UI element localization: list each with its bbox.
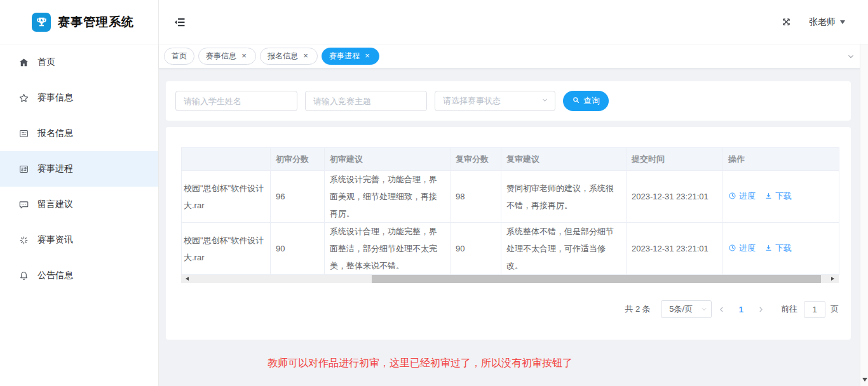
progress-link-label: 进度 [739,239,756,256]
caret-down-icon [840,20,845,27]
progress-link-label: 进度 [739,187,756,204]
sidebar-item-2[interactable]: 赛事信息 [0,80,158,116]
cell-submit-time: 2023-12-31 23:21:01 [627,223,723,275]
tab-label: 赛事进程 [329,51,360,62]
goto-page-input[interactable] [804,301,825,318]
student-name-input[interactable] [175,91,297,111]
progress-link[interactable]: 进度 [728,239,756,256]
query-button[interactable]: 查询 [563,91,609,111]
chevron-down-icon [541,96,549,106]
cell-first-score: 96 [271,171,325,223]
download-link[interactable]: 下载 [764,239,792,256]
search-icon [572,96,580,106]
download-link-label: 下载 [775,239,792,256]
tab-2[interactable]: 赛事信息× [198,48,256,65]
tab-label: 首页 [172,51,187,62]
sidebar-item-3[interactable]: 报名信息 [0,116,158,151]
page-unit: 页 [831,303,839,315]
download-link[interactable]: 下载 [764,187,792,204]
cell-first-review: 系统设计合理，功能完整，界面整洁，部分细节处理不太完美，整体来说不错。 [325,223,451,275]
horizontal-scrollbar-thumb[interactable] [372,275,821,283]
fullscreen-icon[interactable] [782,17,791,27]
table-body: 校园"思创杯"软件设计大.rar96系统设计完善，功能合理，界面美观，细节处理细… [182,171,839,275]
sidebar-item-4[interactable]: 赛事进程 [0,151,158,187]
download-icon [764,244,773,252]
next-page-button[interactable] [751,305,771,314]
home-icon [18,57,29,68]
cell-file: 校园"思创杯"软件设计大.rar [182,223,271,275]
column-header: 初审分数 [271,148,325,171]
sidebar-item-label: 留言建议 [37,199,73,210]
content-area: 请选择赛事状态 查询 初审分数初审建议复审分数复审建议提交时间操作 校园"思创杯… [159,69,868,386]
sidebar-item-7[interactable]: 公告信息 [0,258,158,293]
column-header: 操作 [723,148,839,171]
total-count: 共 2 条 [625,303,650,315]
sidebar-item-label: 公告信息 [37,270,73,281]
sidebar-item-6[interactable]: 赛事资讯 [0,222,158,258]
download-icon [764,192,773,200]
tab-label: 赛事信息 [206,51,236,62]
page-size-value: 5条/页 [669,303,693,315]
clock-icon [728,244,736,252]
trophy-icon [32,13,51,32]
goto-label: 前往 [781,303,797,315]
sidebar: 赛事管理系统 首页赛事信息报名信息赛事进程留言建议赛事资讯公告信息 [0,0,159,386]
sidebar-item-label: 赛事信息 [37,92,73,103]
app-root: 赛事管理系统 首页赛事信息报名信息赛事进程留言建议赛事资讯公告信息 张老师 首页… [0,0,868,386]
horizontal-scrollbar[interactable] [181,275,839,283]
progress-table: 初审分数初审建议复审分数复审建议提交时间操作 校园"思创杯"软件设计大.rar9… [181,147,839,275]
scroll-right-arrow-icon[interactable] [831,277,836,281]
sidebar-item-1[interactable]: 首页 [0,44,158,80]
bell-icon [18,270,29,281]
user-menu[interactable]: 张老师 [809,17,845,28]
column-header: 提交时间 [627,148,723,171]
star-icon [18,93,29,103]
sidebar-item-label: 赛事进程 [37,163,73,175]
cell-file: 校园"思创杯"软件设计大.rar [182,171,271,223]
cell-second-score: 98 [451,171,501,223]
prev-page-button[interactable] [712,305,731,314]
page-size-select[interactable]: 5条/页 [661,300,712,318]
cell-second-score: 90 [451,223,501,275]
progress-link[interactable]: 进度 [728,187,756,204]
table-row: 校园"思创杯"软件设计大.rar90系统设计合理，功能完整，界面整洁，部分细节处… [182,223,839,275]
tabs-bar: 首页赛事信息×报名信息×赛事进程× [159,44,868,69]
query-button-label: 查询 [583,95,600,107]
column-header: 复审分数 [451,148,501,171]
progress-table-card: 初审分数初审建议复审分数复审建议提交时间操作 校园"思创杯"软件设计大.rar9… [166,127,851,340]
tab-4[interactable]: 赛事进程× [322,48,379,65]
tab-label: 报名信息 [268,51,298,62]
cell-submit-time: 2023-12-31 23:21:01 [627,171,723,223]
sidebar-item-5[interactable]: 留言建议 [0,187,158,222]
scroll-left-arrow-icon[interactable] [184,277,189,281]
pagination: 共 2 条 5条/页 1 前往 页 [181,300,839,318]
collapse-sidebar-icon[interactable] [173,16,186,29]
cell-actions: 进度下载 [723,171,839,223]
tab-1[interactable]: 首页 [164,48,194,65]
download-link-label: 下载 [775,187,792,204]
current-page[interactable]: 1 [731,305,751,314]
close-icon[interactable]: × [301,52,310,61]
chevron-down-icon[interactable] [846,52,855,61]
cell-first-review: 系统设计完善，功能合理，界面美观，细节处理细致，再接再厉。 [325,171,451,223]
close-icon[interactable]: × [363,52,372,61]
cell-actions: 进度下载 [723,223,839,275]
cell-first-score: 90 [271,223,325,275]
tab-3[interactable]: 报名信息× [260,48,318,65]
vertical-scrollbar[interactable] [860,44,868,386]
close-icon[interactable]: × [240,52,248,61]
sidebar-item-label: 赛事资讯 [37,234,73,246]
main-area: 张老师 首页赛事信息×报名信息×赛事进程× 请选择赛事状态 查询 [159,0,868,386]
sidebar-item-label: 首页 [37,57,55,68]
competition-topic-input[interactable] [305,91,427,111]
table-header-row: 初审分数初审建议复审分数复审建议提交时间操作 [182,148,839,171]
clock-icon [728,192,736,200]
table-row: 校园"思创杯"软件设计大.rar96系统设计完善，功能合理，界面美观，细节处理细… [182,171,839,223]
news-icon [18,235,29,246]
operation-icon [18,164,29,175]
status-select[interactable]: 请选择赛事状态 [435,91,555,111]
chevron-down-icon [700,305,708,315]
message-icon [18,199,29,210]
scroll-down-arrow-icon[interactable] [862,378,867,384]
column-header: 复审建议 [501,148,627,171]
